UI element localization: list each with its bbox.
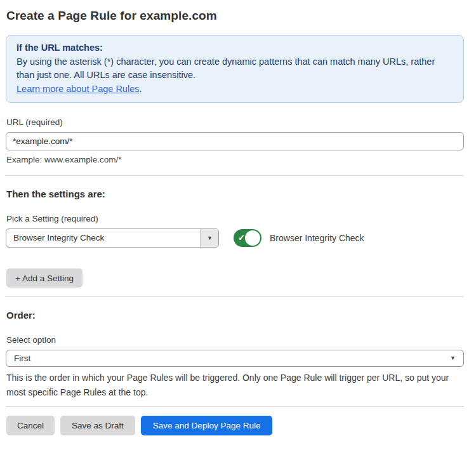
divider (6, 175, 464, 176)
setting-row: Browser Integrity Check ▼ ✓ Browser Inte… (6, 228, 464, 248)
divider (6, 296, 464, 297)
learn-more-link[interactable]: Learn more about Page Rules (17, 84, 139, 94)
info-box-heading: If the URL matches: (17, 41, 453, 55)
footer-actions: Cancel Save as Draft Save and Deploy Pag… (6, 416, 464, 435)
link-suffix: . (139, 84, 142, 94)
order-select[interactable]: First ▼ (6, 350, 464, 367)
url-input[interactable] (6, 132, 464, 150)
toggle-knob (245, 230, 260, 246)
url-label: URL (required) (6, 117, 464, 127)
setting-select-arrow-button[interactable]: ▼ (201, 229, 218, 247)
order-helper: This is the order in which your Page Rul… (6, 371, 464, 400)
setting-select[interactable]: Browser Integrity Check ▼ (6, 228, 219, 248)
page-title: Create a Page Rule for example.com (6, 9, 464, 23)
order-select-value: First (14, 354, 30, 363)
save-as-draft-button[interactable]: Save as Draft (60, 416, 135, 435)
pick-setting-label: Pick a Setting (required) (6, 214, 464, 223)
browser-integrity-toggle[interactable]: ✓ (234, 229, 261, 247)
chevron-down-icon: ▼ (207, 235, 213, 241)
check-icon: ✓ (238, 233, 245, 242)
cancel-button[interactable]: Cancel (6, 416, 55, 435)
setting-select-value: Browser Integrity Check (6, 229, 201, 247)
page-rule-form: Create a Page Rule for example.com If th… (0, 0, 476, 435)
url-matches-info-box: If the URL matches: By using the asteris… (6, 35, 464, 103)
add-setting-button[interactable]: + Add a Setting (6, 268, 83, 288)
divider (6, 406, 464, 407)
order-heading: Order: (6, 310, 464, 321)
chevron-down-icon: ▼ (450, 355, 456, 361)
save-and-deploy-button[interactable]: Save and Deploy Page Rule (141, 416, 273, 435)
settings-heading: Then the settings are: (6, 189, 464, 199)
info-box-body: By using the asterisk (*) character, you… (17, 55, 453, 83)
select-option-label: Select option (6, 335, 464, 345)
toggle-label: Browser Integrity Check (270, 233, 364, 243)
url-helper: Example: www.example.com/* (6, 155, 464, 164)
info-box-link-line: Learn more about Page Rules. (17, 83, 453, 96)
